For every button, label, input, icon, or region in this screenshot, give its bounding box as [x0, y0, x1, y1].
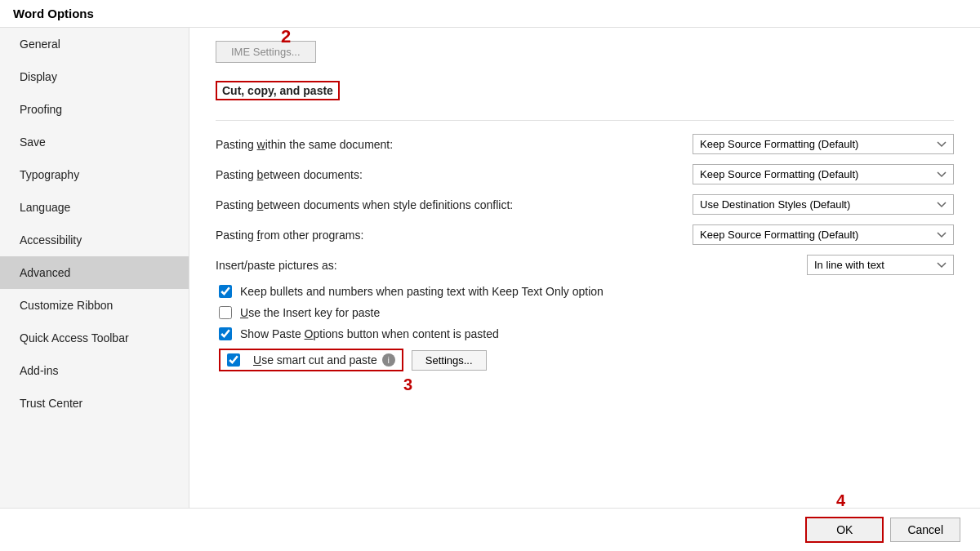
dialog-title: Word Options [0, 0, 980, 28]
option-row-between-docs: Pasting between documents: Keep Source F… [216, 164, 954, 184]
dropdown-between-docs[interactable]: Keep Source Formatting (Default) Merge F… [693, 164, 954, 184]
sidebar-item-general[interactable]: General [0, 28, 189, 60]
label-pictures: Insert/paste pictures as: [216, 259, 807, 272]
sidebar: General Display Proofing Save Typography… [0, 28, 189, 508]
label-bullets: Keep bullets and numbers when pasting te… [240, 285, 604, 298]
annotation-4: 4 [836, 491, 845, 510]
sidebar-item-save[interactable]: Save [0, 126, 189, 158]
sidebar-item-add-ins[interactable]: Add-ins [0, 354, 189, 387]
label-insert-key: Use the Insert key for paste [240, 306, 380, 319]
smart-paste-row: Use smart cut and paste i Settings... 3 [216, 349, 954, 371]
sidebar-item-typography[interactable]: Typography [0, 158, 189, 191]
sidebar-item-accessibility[interactable]: Accessibility 1 [0, 224, 189, 256]
label-paste-options: Show Paste Options button when content i… [240, 327, 499, 340]
content-area: IME Settings... 2 Cut, copy, and paste P… [189, 28, 980, 508]
ime-settings-button[interactable]: IME Settings... [216, 41, 316, 63]
checkbox-insert-key[interactable] [219, 306, 232, 319]
section-header-cut-copy-paste: Cut, copy, and paste [216, 81, 340, 100]
ok-button[interactable]: OK [805, 517, 884, 543]
cancel-button[interactable]: Cancel [890, 518, 960, 542]
label-from-programs: Pasting from other programs: [216, 229, 693, 242]
sidebar-item-advanced[interactable]: Advanced [0, 256, 189, 289]
checkbox-smart-paste[interactable] [227, 353, 240, 367]
checkbox-row-insert-key: Use the Insert key for paste [216, 306, 954, 319]
checkbox-row-paste-options: Show Paste Options button when content i… [216, 327, 954, 340]
dialog-footer: 4 OK Cancel [0, 508, 980, 551]
dropdown-within-doc[interactable]: Keep Source Formatting (Default) Merge F… [693, 134, 954, 154]
option-row-style-conflict: Pasting between documents when style def… [216, 194, 954, 215]
word-options-dialog: Word Options General Display Proofing Sa… [0, 0, 980, 551]
checkbox-bullets[interactable] [219, 285, 232, 298]
sidebar-item-language[interactable]: Language [0, 191, 189, 224]
option-row-within-doc: Pasting within the same document: Keep S… [216, 134, 954, 154]
sidebar-item-customize-ribbon[interactable]: Customize Ribbon [0, 289, 189, 322]
settings-button[interactable]: Settings... [412, 350, 487, 371]
option-row-pictures: Insert/paste pictures as: In line with t… [216, 255, 954, 275]
info-icon[interactable]: i [382, 353, 395, 367]
checkbox-paste-options[interactable] [219, 327, 232, 340]
annotation-2: 2 [281, 28, 291, 47]
sidebar-item-quick-access-toolbar[interactable]: Quick Access Toolbar [0, 322, 189, 354]
smart-paste-box: Use smart cut and paste i [219, 349, 403, 371]
sidebar-item-trust-center[interactable]: Trust Center [0, 387, 189, 420]
label-between-docs: Pasting between documents: [216, 168, 693, 181]
section-divider [216, 120, 954, 121]
sidebar-item-display[interactable]: Display [0, 60, 189, 93]
annotation-3: 3 [403, 375, 412, 394]
option-row-from-programs: Pasting from other programs: Keep Source… [216, 224, 954, 245]
dropdown-pictures[interactable]: In line with text Square Tight Through T… [807, 255, 954, 275]
sidebar-item-proofing[interactable]: Proofing [0, 93, 189, 126]
checkbox-row-bullets: Keep bullets and numbers when pasting te… [216, 285, 954, 298]
dropdown-from-programs[interactable]: Keep Source Formatting (Default) Merge F… [693, 224, 954, 245]
label-style-conflict: Pasting between documents when style def… [216, 198, 693, 211]
dropdown-style-conflict[interactable]: Use Destination Styles (Default) Keep So… [693, 194, 954, 215]
dialog-body: General Display Proofing Save Typography… [0, 28, 980, 508]
label-within-doc: Pasting within the same document: [216, 138, 693, 151]
label-smart-paste: Use smart cut and paste [253, 353, 377, 367]
